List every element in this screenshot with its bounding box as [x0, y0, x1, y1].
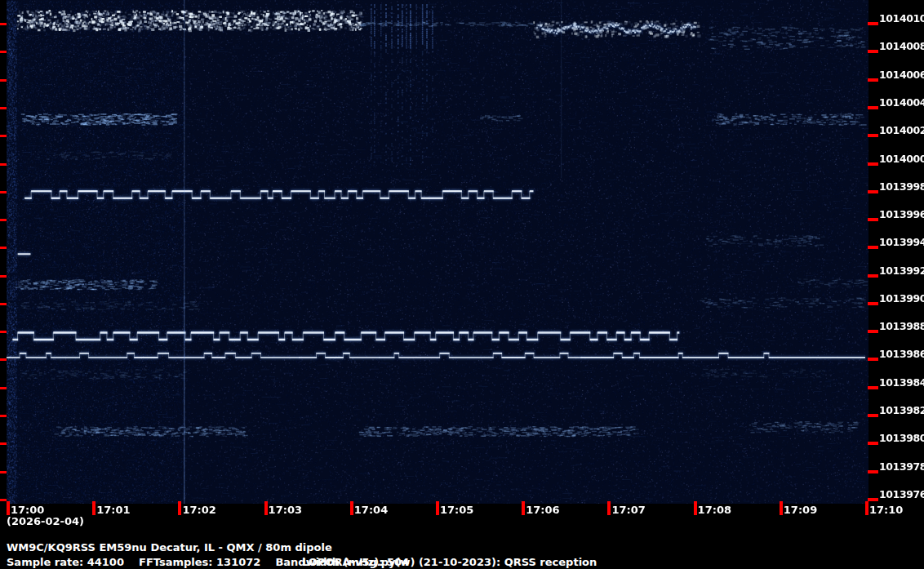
freq-tick-left [0, 23, 7, 25]
freq-tick-right [868, 358, 878, 361]
spectrogram-canvas [7, 0, 868, 504]
time-tick-label: 17:00 [11, 505, 44, 516]
freq-tick-right [868, 414, 878, 417]
freq-tick-left [0, 415, 7, 417]
software-version-line: LOPORA-v5g.py(w) (21-10-2023): QRSS rece… [302, 556, 597, 568]
freq-tick-left [0, 107, 7, 109]
time-tick-label: 17:02 [182, 505, 215, 516]
time-tick [607, 501, 611, 515]
freq-tick-right [868, 246, 878, 249]
freq-tick-left [0, 387, 7, 389]
freq-tick-label: 10140100 [879, 13, 924, 24]
freq-tick-label: 10139900 [879, 293, 924, 304]
time-tick [780, 501, 783, 515]
freq-tick-right [868, 498, 878, 501]
freq-tick-label: 10140060 [879, 69, 924, 80]
time-tick [7, 501, 10, 515]
freq-tick-right [868, 106, 878, 109]
freq-tick-left [0, 219, 7, 221]
time-tick [522, 501, 525, 515]
freq-tick-right [868, 302, 878, 305]
freq-tick-label: 10139860 [879, 349, 924, 359]
freq-tick-right [868, 22, 878, 25]
freq-tick-label: 10140080 [879, 41, 924, 51]
freq-tick-left [0, 275, 7, 278]
freq-tick-label: 10139800 [879, 433, 924, 443]
freq-tick-left [0, 191, 7, 193]
time-tick [436, 501, 439, 515]
freq-tick-left [0, 499, 7, 501]
time-tick-label: 17:07 [611, 505, 645, 516]
freq-tick-right [868, 274, 878, 278]
freq-tick-label: 10139920 [879, 265, 924, 276]
date-label: (2026-02-04) [7, 515, 84, 527]
time-tick-label: 17:01 [96, 505, 130, 516]
freq-tick-label: 10139840 [879, 377, 924, 388]
time-tick-label: 17:09 [784, 505, 817, 516]
freq-tick-label: 10140020 [879, 125, 924, 136]
time-tick-label: 17:04 [354, 505, 388, 516]
freq-tick-label: 10139760 [879, 489, 924, 500]
time-tick-label: 17:05 [440, 505, 473, 516]
freq-tick-label: 10139960 [879, 209, 924, 220]
freq-tick-left [0, 303, 7, 305]
time-tick-label: 17:03 [269, 505, 302, 516]
freq-tick-right [868, 218, 878, 221]
freq-tick-right [868, 470, 878, 473]
freq-tick-label: 10140000 [879, 153, 924, 164]
time-tick-label: 17:06 [526, 505, 559, 516]
time-tick [92, 501, 96, 515]
freq-tick-left [0, 358, 7, 361]
freq-tick-left [0, 471, 7, 473]
freq-tick-right [868, 330, 878, 333]
freq-tick-right [868, 50, 878, 53]
time-tick [350, 501, 353, 515]
freq-tick-right [868, 162, 878, 166]
time-tick-label: 17:08 [698, 505, 731, 516]
freq-tick-right [868, 442, 878, 445]
freq-tick-left [0, 135, 7, 137]
freq-tick-left [0, 51, 7, 53]
freq-tick-label: 10139880 [879, 321, 924, 331]
freq-tick-right [868, 386, 878, 389]
freq-tick-left [0, 247, 7, 249]
time-tick [865, 501, 868, 515]
freq-tick-left [0, 79, 7, 82]
freq-tick-left [0, 163, 7, 166]
freq-tick-right [868, 190, 878, 193]
freq-tick-right [868, 78, 878, 82]
freq-tick-label: 10139780 [879, 461, 924, 472]
freq-tick-label: 10140040 [879, 97, 924, 108]
time-tick-label: 17:10 [869, 505, 903, 516]
freq-tick-label: 10139940 [879, 237, 924, 247]
freq-tick-label: 10139820 [879, 405, 924, 416]
freq-tick-right [868, 134, 878, 137]
time-tick [178, 501, 181, 515]
time-tick [694, 501, 697, 515]
qrss-grabber-screenshot: 1014010010140080101400601014004010140020… [0, 0, 924, 569]
freq-tick-left [0, 442, 7, 445]
station-info-line: WM9C/KQ9RSS EM59nu Decatur, IL - QMX / 8… [7, 541, 332, 553]
freq-tick-left [0, 331, 7, 333]
time-tick [264, 501, 268, 515]
freq-tick-label: 10139980 [879, 181, 924, 192]
